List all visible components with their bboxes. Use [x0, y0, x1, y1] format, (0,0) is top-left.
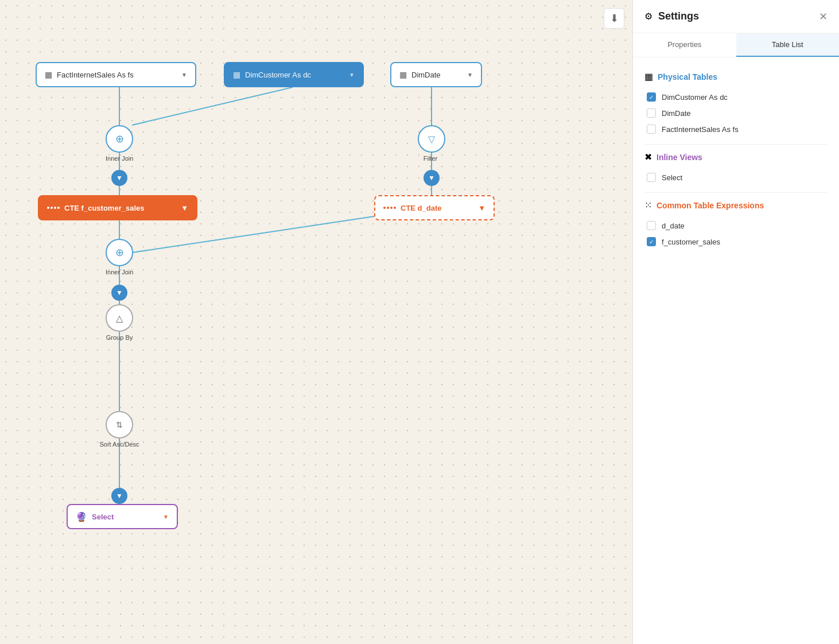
- table-icon: ▦: [45, 70, 52, 79]
- svg-line-1: [132, 87, 293, 125]
- dropdown-arrow-icon: ▼: [349, 72, 355, 78]
- settings-tabs: Properties Table List: [633, 33, 839, 57]
- list-item-d-date[interactable]: d_date: [644, 218, 828, 234]
- physical-tables-header: ▦ Physical Tables: [644, 71, 828, 82]
- select-node[interactable]: 🔮 Select ▼: [67, 504, 178, 529]
- cte-f-customer-sales-node[interactable]: CTE f_customer_sales ▼: [38, 195, 197, 220]
- fact-internet-sales-node[interactable]: ▦ FactInternetSales As fs ▼: [36, 62, 196, 87]
- connector-filter[interactable]: ▼: [424, 170, 440, 186]
- dim-date-item-label: DimDate: [662, 109, 691, 118]
- dropdown-arrow-icon: ▼: [181, 204, 188, 212]
- inline-views-title: Inline Views: [657, 153, 702, 162]
- physical-tables-title: Physical Tables: [658, 72, 717, 82]
- close-button[interactable]: ✕: [819, 11, 828, 22]
- inline-views-icon: ✖: [644, 152, 652, 162]
- group-by-node[interactable]: △: [106, 304, 133, 332]
- inner-join-1-node[interactable]: ⊕: [106, 125, 133, 153]
- divider-1: [644, 144, 828, 145]
- inner-join-2-label: Inner Join: [106, 269, 133, 276]
- select-checkbox[interactable]: [647, 173, 656, 182]
- list-item-select[interactable]: Select: [644, 169, 828, 185]
- group-by-label: Group By: [103, 334, 135, 341]
- table-icon: ▦: [399, 70, 407, 79]
- fact-internet-sales-label: FactInternetSales As fs: [57, 71, 134, 79]
- dropdown-arrow-icon: ▼: [478, 204, 485, 212]
- sort-icon: ⇅: [116, 420, 123, 429]
- cte-d-date-node[interactable]: CTE d_date ▼: [374, 195, 495, 220]
- table-icon: ▦: [233, 70, 240, 79]
- settings-content: ▦ Physical Tables DimCustomer As dc DimD…: [633, 57, 839, 644]
- connections-svg: [0, 0, 632, 644]
- cte-title: Common Table Expressions: [657, 201, 764, 210]
- d-date-item-label: d_date: [662, 222, 685, 230]
- select-label: Select: [92, 513, 114, 521]
- settings-title: Settings: [658, 10, 699, 22]
- sort-node[interactable]: ⇅: [106, 411, 133, 439]
- select-item-label: Select: [662, 173, 682, 182]
- gear-icon: ⚙: [644, 11, 652, 22]
- dropdown-arrow-icon: ▼: [467, 72, 473, 78]
- save-button[interactable]: ⬇: [604, 8, 624, 29]
- select-icon: 🔮: [76, 511, 87, 522]
- join-icon: ⊕: [115, 133, 124, 145]
- filter-label: Filter: [413, 155, 448, 162]
- dim-date-label: DimDate: [411, 71, 441, 79]
- list-item-f-customer-sales[interactable]: f_customer_sales: [644, 234, 828, 250]
- group-by-icon: △: [116, 313, 123, 324]
- cte-d-date-label: CTE d_date: [401, 204, 442, 212]
- fact-internet-sales-item-label: FactInternetSales As fs: [662, 125, 739, 134]
- cte-f-customer-sales-label: CTE f_customer_sales: [64, 204, 144, 212]
- inline-views-header: ✖ Inline Views: [644, 152, 828, 162]
- d-date-checkbox[interactable]: [647, 221, 656, 230]
- connector-1[interactable]: ▼: [111, 170, 127, 186]
- connector-2[interactable]: ▼: [111, 285, 127, 301]
- physical-tables-icon: ▦: [644, 71, 653, 82]
- cte-icon: ⁙: [644, 200, 652, 211]
- tab-properties[interactable]: Properties: [633, 33, 736, 57]
- list-item-fact-internet-sales[interactable]: FactInternetSales As fs: [644, 121, 828, 137]
- dropdown-arrow-icon: ▼: [181, 72, 187, 78]
- dots-icon: [383, 207, 396, 209]
- inner-join-1-label: Inner Join: [106, 155, 133, 162]
- inner-join-2-node[interactable]: ⊕: [106, 239, 133, 266]
- cte-header: ⁙ Common Table Expressions: [644, 200, 828, 211]
- settings-header-left: ⚙ Settings: [644, 10, 699, 22]
- filter-icon: ▽: [428, 134, 435, 145]
- dim-customer-node[interactable]: ▦ DimCustomer As dc ▼: [224, 62, 364, 87]
- divider-2: [644, 192, 828, 193]
- dim-date-node[interactable]: ▦ DimDate ▼: [390, 62, 482, 87]
- sort-label: Sort Asc/Desc: [96, 441, 142, 448]
- list-item-dim-date[interactable]: DimDate: [644, 105, 828, 121]
- f-customer-sales-item-label: f_customer_sales: [662, 238, 720, 246]
- f-customer-sales-checkbox[interactable]: [647, 237, 656, 246]
- list-item-dim-customer[interactable]: DimCustomer As dc: [644, 89, 828, 105]
- canvas: ⬇ ▦ FactInternetSales As fs ▼: [0, 0, 632, 644]
- dim-customer-label: DimCustomer As dc: [245, 71, 311, 79]
- fact-internet-sales-checkbox[interactable]: [647, 125, 656, 134]
- join-icon-2: ⊕: [115, 246, 124, 259]
- tab-table-list[interactable]: Table List: [736, 33, 840, 57]
- settings-header: ⚙ Settings ✕: [633, 0, 839, 33]
- filter-node[interactable]: ▽: [418, 125, 445, 153]
- connector-select[interactable]: ▼: [111, 488, 127, 504]
- dim-customer-checkbox[interactable]: [647, 92, 656, 102]
- dim-customer-item-label: DimCustomer As dc: [662, 93, 728, 102]
- settings-panel: ⚙ Settings ✕ Properties Table List ▦ Phy…: [632, 0, 839, 644]
- dots-icon: [47, 207, 60, 209]
- dim-date-checkbox[interactable]: [647, 108, 656, 118]
- select-dropdown-icon: ▼: [163, 514, 169, 520]
